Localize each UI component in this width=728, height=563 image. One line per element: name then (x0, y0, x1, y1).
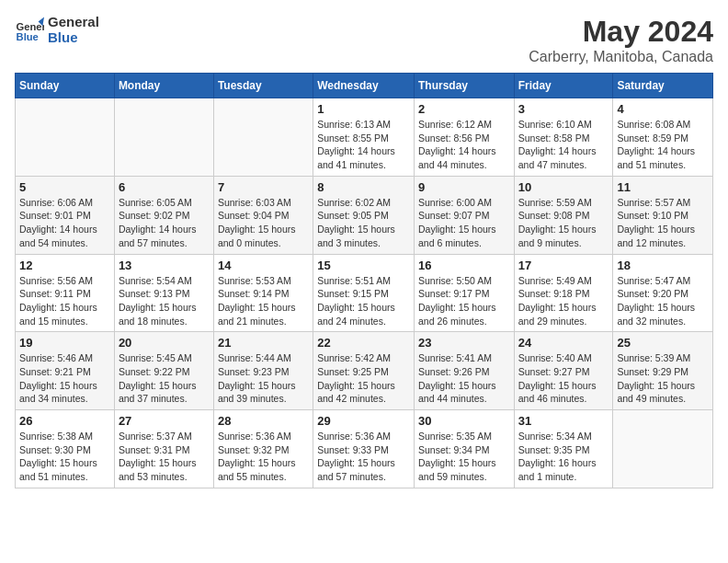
day-number: 25 (617, 336, 709, 350)
day-number: 18 (617, 259, 709, 272)
day-number: 23 (418, 336, 510, 350)
calendar-cell (213, 98, 313, 177)
calendar-cell: 24Sunrise: 5:40 AM Sunset: 9:27 PM Dayli… (514, 332, 613, 410)
calendar-cell: 26Sunrise: 5:38 AM Sunset: 9:30 PM Dayli… (16, 410, 115, 488)
day-number: 13 (119, 259, 210, 272)
day-info: Sunrise: 6:00 AM Sunset: 9:07 PM Dayligh… (418, 196, 510, 250)
day-info: Sunrise: 5:40 AM Sunset: 9:27 PM Dayligh… (518, 351, 609, 406)
calendar-cell: 19Sunrise: 5:46 AM Sunset: 9:21 PM Dayli… (16, 332, 115, 410)
calendar-week-row: 1Sunrise: 6:13 AM Sunset: 8:55 PM Daylig… (16, 98, 713, 177)
calendar-cell: 7Sunrise: 6:03 AM Sunset: 9:04 PM Daylig… (213, 176, 313, 254)
day-info: Sunrise: 6:10 AM Sunset: 8:58 PM Dayligh… (518, 118, 609, 172)
day-info: Sunrise: 5:38 AM Sunset: 9:30 PM Dayligh… (19, 430, 110, 484)
calendar-cell (16, 98, 115, 177)
day-info: Sunrise: 6:08 AM Sunset: 8:59 PM Dayligh… (617, 118, 709, 172)
calendar-cell: 17Sunrise: 5:49 AM Sunset: 9:18 PM Dayli… (514, 254, 613, 332)
day-info: Sunrise: 5:42 AM Sunset: 9:25 PM Dayligh… (317, 351, 410, 406)
day-info: Sunrise: 5:36 AM Sunset: 9:33 PM Dayligh… (317, 430, 410, 484)
day-number: 9 (418, 180, 510, 194)
day-info: Sunrise: 5:49 AM Sunset: 9:18 PM Dayligh… (518, 274, 609, 328)
day-info: Sunrise: 5:34 AM Sunset: 9:35 PM Dayligh… (518, 430, 609, 484)
calendar-cell: 31Sunrise: 5:34 AM Sunset: 9:35 PM Dayli… (514, 410, 613, 488)
day-info: Sunrise: 5:46 AM Sunset: 9:21 PM Dayligh… (19, 351, 110, 406)
day-info: Sunrise: 5:45 AM Sunset: 9:22 PM Dayligh… (119, 351, 210, 406)
calendar-cell: 20Sunrise: 5:45 AM Sunset: 9:22 PM Dayli… (114, 332, 213, 410)
calendar-cell: 8Sunrise: 6:02 AM Sunset: 9:05 PM Daylig… (313, 176, 415, 254)
day-number: 11 (617, 180, 709, 194)
location-title: Carberry, Manitoba, Canada (529, 49, 713, 65)
logo-line2: Blue (48, 30, 99, 46)
day-number: 1 (317, 102, 410, 116)
day-info: Sunrise: 6:13 AM Sunset: 8:55 PM Dayligh… (317, 118, 410, 172)
day-info: Sunrise: 6:06 AM Sunset: 9:01 PM Dayligh… (19, 196, 110, 250)
day-number: 5 (19, 180, 110, 194)
weekday-header-tuesday: Tuesday (213, 74, 313, 98)
day-number: 8 (317, 180, 410, 194)
calendar-cell: 3Sunrise: 6:10 AM Sunset: 8:58 PM Daylig… (514, 98, 613, 177)
day-info: Sunrise: 5:59 AM Sunset: 9:08 PM Dayligh… (518, 196, 609, 250)
calendar-cell: 21Sunrise: 5:44 AM Sunset: 9:23 PM Dayli… (213, 332, 313, 410)
day-number: 12 (19, 259, 110, 272)
day-info: Sunrise: 5:57 AM Sunset: 9:10 PM Dayligh… (617, 196, 709, 250)
day-number: 15 (317, 259, 410, 272)
calendar-cell: 1Sunrise: 6:13 AM Sunset: 8:55 PM Daylig… (313, 98, 415, 177)
weekday-header-saturday: Saturday (613, 74, 713, 98)
logo-line1: General (48, 15, 99, 30)
day-info: Sunrise: 5:35 AM Sunset: 9:34 PM Dayligh… (418, 430, 510, 484)
weekday-header-row: SundayMondayTuesdayWednesdayThursdayFrid… (16, 74, 713, 98)
calendar-cell: 13Sunrise: 5:54 AM Sunset: 9:13 PM Dayli… (114, 254, 213, 332)
calendar-table: SundayMondayTuesdayWednesdayThursdayFrid… (15, 73, 713, 488)
day-number: 7 (218, 180, 309, 194)
calendar-cell: 12Sunrise: 5:56 AM Sunset: 9:11 PM Dayli… (16, 254, 115, 332)
calendar-week-row: 26Sunrise: 5:38 AM Sunset: 9:30 PM Dayli… (16, 410, 713, 488)
day-info: Sunrise: 5:54 AM Sunset: 9:13 PM Dayligh… (119, 274, 210, 328)
day-info: Sunrise: 5:39 AM Sunset: 9:29 PM Dayligh… (617, 351, 709, 406)
day-number: 2 (418, 102, 510, 116)
calendar-cell: 28Sunrise: 5:36 AM Sunset: 9:32 PM Dayli… (213, 410, 313, 488)
weekday-header-monday: Monday (114, 74, 213, 98)
svg-text:Blue: Blue (17, 31, 39, 42)
day-number: 31 (518, 414, 609, 428)
weekday-header-thursday: Thursday (414, 74, 514, 98)
day-number: 29 (317, 414, 410, 428)
day-info: Sunrise: 5:37 AM Sunset: 9:31 PM Dayligh… (119, 430, 210, 484)
day-number: 10 (518, 180, 609, 194)
calendar-cell: 29Sunrise: 5:36 AM Sunset: 9:33 PM Dayli… (313, 410, 415, 488)
day-number: 3 (518, 102, 609, 116)
calendar-cell: 14Sunrise: 5:53 AM Sunset: 9:14 PM Dayli… (213, 254, 313, 332)
day-number: 21 (218, 336, 309, 350)
day-number: 16 (418, 259, 510, 272)
day-info: Sunrise: 5:36 AM Sunset: 9:32 PM Dayligh… (218, 430, 309, 484)
day-info: Sunrise: 6:03 AM Sunset: 9:04 PM Dayligh… (218, 196, 309, 250)
calendar-cell (613, 410, 713, 488)
calendar-cell: 30Sunrise: 5:35 AM Sunset: 9:34 PM Dayli… (414, 410, 514, 488)
calendar-cell: 25Sunrise: 5:39 AM Sunset: 9:29 PM Dayli… (613, 332, 713, 410)
calendar-cell: 10Sunrise: 5:59 AM Sunset: 9:08 PM Dayli… (514, 176, 613, 254)
calendar-cell: 27Sunrise: 5:37 AM Sunset: 9:31 PM Dayli… (114, 410, 213, 488)
day-info: Sunrise: 5:50 AM Sunset: 9:17 PM Dayligh… (418, 274, 510, 328)
day-number: 17 (518, 259, 609, 272)
day-info: Sunrise: 6:05 AM Sunset: 9:02 PM Dayligh… (119, 196, 210, 250)
calendar-cell (114, 98, 213, 177)
calendar-cell: 15Sunrise: 5:51 AM Sunset: 9:15 PM Dayli… (313, 254, 415, 332)
day-info: Sunrise: 6:12 AM Sunset: 8:56 PM Dayligh… (418, 118, 510, 172)
weekday-header-wednesday: Wednesday (313, 74, 415, 98)
weekday-header-sunday: Sunday (16, 74, 115, 98)
day-number: 22 (317, 336, 410, 350)
day-number: 6 (119, 180, 210, 194)
day-number: 4 (617, 102, 709, 116)
calendar-cell: 23Sunrise: 5:41 AM Sunset: 9:26 PM Dayli… (414, 332, 514, 410)
logo: General Blue General Blue (15, 15, 99, 45)
calendar-cell: 2Sunrise: 6:12 AM Sunset: 8:56 PM Daylig… (414, 98, 514, 177)
month-title: May 2024 (529, 15, 713, 49)
calendar-cell: 5Sunrise: 6:06 AM Sunset: 9:01 PM Daylig… (16, 176, 115, 254)
calendar-cell: 11Sunrise: 5:57 AM Sunset: 9:10 PM Dayli… (613, 176, 713, 254)
day-number: 24 (518, 336, 609, 350)
day-number: 14 (218, 259, 309, 272)
calendar-cell: 18Sunrise: 5:47 AM Sunset: 9:20 PM Dayli… (613, 254, 713, 332)
calendar-week-row: 19Sunrise: 5:46 AM Sunset: 9:21 PM Dayli… (16, 332, 713, 410)
calendar-week-row: 12Sunrise: 5:56 AM Sunset: 9:11 PM Dayli… (16, 254, 713, 332)
calendar-cell: 6Sunrise: 6:05 AM Sunset: 9:02 PM Daylig… (114, 176, 213, 254)
day-number: 26 (19, 414, 110, 428)
logo-icon: General Blue (15, 16, 44, 45)
